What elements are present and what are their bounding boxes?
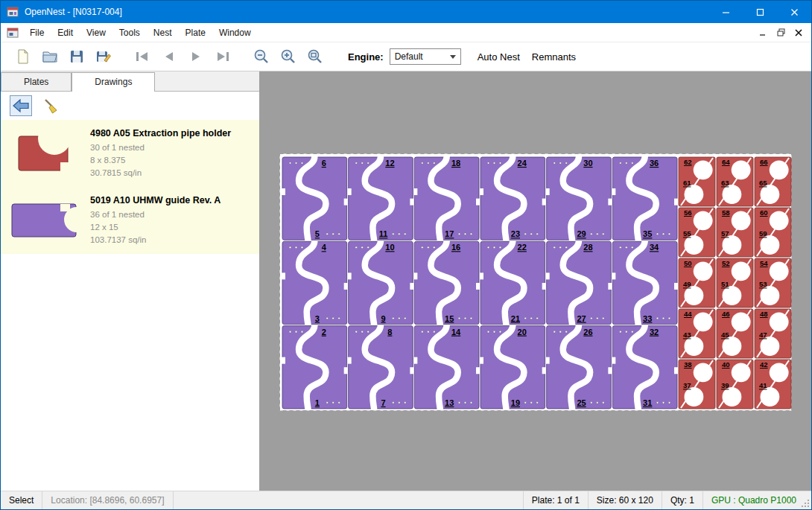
zoom-fit-icon bbox=[306, 48, 324, 66]
red-part-pair[interactable]: 4847 bbox=[755, 309, 791, 358]
purple-part-pair[interactable]: 65 bbox=[282, 156, 348, 240]
save-as-button[interactable] bbox=[90, 45, 117, 68]
tab-plates[interactable]: Plates bbox=[1, 72, 72, 91]
remnants-button[interactable]: Remnants bbox=[532, 51, 576, 63]
new-button[interactable] bbox=[10, 45, 37, 68]
menu-window[interactable]: Window bbox=[212, 24, 258, 42]
purple-part-pair[interactable]: 2423 bbox=[480, 156, 546, 240]
svg-text:11: 11 bbox=[379, 229, 388, 238]
svg-text:65: 65 bbox=[759, 179, 767, 187]
menu-file[interactable]: File bbox=[23, 24, 51, 42]
drawing-meta: 5019 A10 UHMW guide Rev. A 36 of 1 neste… bbox=[90, 194, 221, 246]
svg-text:41: 41 bbox=[759, 381, 767, 389]
svg-text:53: 53 bbox=[759, 280, 767, 288]
purple-part-pair[interactable]: 3433 bbox=[612, 240, 678, 325]
red-part-pair[interactable]: 5857 bbox=[717, 208, 753, 257]
left-panel: Plates Drawings bbox=[1, 71, 260, 491]
drawing-name: 5019 A10 UHMW guide Rev. A bbox=[90, 195, 221, 205]
purple-part-pair[interactable]: 43 bbox=[282, 240, 348, 325]
purple-part-pair[interactable]: 2625 bbox=[546, 325, 612, 409]
red-part-pair[interactable]: 4645 bbox=[717, 309, 753, 358]
red-part-pair[interactable]: 6665 bbox=[755, 157, 791, 206]
svg-text:6: 6 bbox=[322, 159, 326, 168]
red-part-pair[interactable]: 5655 bbox=[679, 208, 715, 257]
nest-canvas[interactable]: 6512111817242330293635431091615222128273… bbox=[260, 71, 811, 491]
red-part-pair[interactable]: 6059 bbox=[755, 208, 791, 257]
purple-part-pair[interactable]: 1817 bbox=[413, 156, 480, 240]
mdi-minimize-button[interactable] bbox=[755, 25, 771, 40]
red-part-pair[interactable]: 4241 bbox=[755, 360, 791, 409]
import-drawing-button[interactable] bbox=[10, 95, 32, 116]
svg-text:38: 38 bbox=[684, 360, 692, 369]
purple-part-pair[interactable]: 109 bbox=[348, 240, 414, 325]
last-plate-button[interactable] bbox=[209, 45, 236, 68]
zoom-fit-button[interactable] bbox=[302, 45, 329, 68]
part-thumbnail-red bbox=[10, 127, 80, 179]
svg-text:43: 43 bbox=[683, 331, 691, 339]
clear-drawings-button[interactable] bbox=[39, 95, 62, 116]
mdi-close-button[interactable] bbox=[790, 25, 807, 40]
menu-nest[interactable]: Nest bbox=[147, 24, 179, 42]
drawing-item-uhmw-guide[interactable]: 5019 A10 UHMW guide Rev. A 36 of 1 neste… bbox=[1, 187, 259, 254]
svg-text:57: 57 bbox=[721, 229, 729, 238]
purple-part-pair[interactable]: 3029 bbox=[546, 156, 612, 240]
red-part-pair[interactable]: 6261 bbox=[679, 157, 715, 206]
broom-icon bbox=[42, 98, 59, 114]
svg-text:34: 34 bbox=[650, 243, 659, 252]
engine-select[interactable]: Default bbox=[390, 48, 461, 65]
window-minimize-button[interactable] bbox=[708, 1, 743, 23]
drawing-item-extraction-pipe-holder[interactable]: 4980 A05 Extraction pipe holder 30 of 1 … bbox=[1, 120, 259, 187]
svg-text:36: 36 bbox=[650, 159, 659, 168]
first-plate-button[interactable] bbox=[129, 45, 156, 68]
plate-drawing[interactable]: 6512111817242330293635431091615222128273… bbox=[279, 153, 792, 411]
save-button[interactable] bbox=[63, 45, 90, 68]
svg-text:49: 49 bbox=[683, 280, 691, 288]
svg-text:10: 10 bbox=[385, 243, 394, 252]
zoom-in-button[interactable] bbox=[275, 45, 302, 68]
purple-part-pair[interactable]: 2221 bbox=[480, 240, 546, 325]
svg-text:54: 54 bbox=[760, 259, 768, 267]
previous-plate-button[interactable] bbox=[156, 45, 183, 68]
purple-part-pair[interactable]: 21 bbox=[282, 325, 348, 409]
red-part-pair[interactable]: 4443 bbox=[679, 309, 715, 358]
svg-text:48: 48 bbox=[760, 310, 768, 318]
status-location: Location: [84.8696, 60.6957] bbox=[42, 491, 173, 509]
auto-nest-button[interactable]: Auto Nest bbox=[478, 51, 520, 63]
menu-view[interactable]: View bbox=[80, 24, 112, 42]
purple-part-pair[interactable]: 87 bbox=[348, 325, 414, 409]
main-area: Plates Drawings bbox=[1, 71, 811, 491]
open-folder-icon bbox=[42, 48, 58, 65]
red-part-pair[interactable]: 5453 bbox=[755, 258, 791, 307]
next-plate-button[interactable] bbox=[183, 45, 209, 68]
svg-text:21: 21 bbox=[511, 314, 520, 323]
menu-tools[interactable]: Tools bbox=[112, 24, 147, 42]
purple-part-pair[interactable]: 1413 bbox=[413, 325, 480, 409]
status-qty: Qty: 1 bbox=[662, 491, 702, 509]
red-part-pair[interactable]: 5251 bbox=[717, 258, 753, 307]
svg-text:42: 42 bbox=[760, 360, 768, 369]
red-part-pair[interactable]: 6463 bbox=[717, 157, 753, 206]
window-close-button[interactable] bbox=[777, 1, 811, 23]
tab-drawings[interactable]: Drawings bbox=[72, 72, 155, 92]
svg-text:60: 60 bbox=[760, 208, 768, 217]
purple-part-pair[interactable]: 2827 bbox=[546, 240, 612, 325]
open-button[interactable] bbox=[37, 45, 63, 68]
red-part-pair[interactable]: 5049 bbox=[679, 258, 715, 307]
zoom-out-button[interactable] bbox=[248, 45, 275, 68]
purple-part-pair[interactable]: 1615 bbox=[413, 240, 480, 325]
title-controls bbox=[708, 1, 811, 23]
mdi-restore-button[interactable] bbox=[773, 25, 789, 40]
red-part-pair[interactable]: 3837 bbox=[679, 360, 715, 409]
red-part-pair[interactable]: 4039 bbox=[717, 360, 753, 409]
purple-part-pair[interactable]: 2019 bbox=[480, 325, 546, 409]
svg-text:15: 15 bbox=[445, 314, 454, 323]
resize-grip[interactable] bbox=[800, 498, 811, 509]
menu-edit[interactable]: Edit bbox=[51, 24, 80, 42]
purple-part-pair[interactable]: 1211 bbox=[348, 156, 414, 240]
purple-part-pair[interactable]: 3231 bbox=[612, 325, 678, 409]
window-maximize-button[interactable] bbox=[743, 1, 777, 23]
svg-text:30: 30 bbox=[583, 159, 592, 168]
status-spacer bbox=[174, 491, 523, 509]
purple-part-pair[interactable]: 3635 bbox=[612, 156, 678, 240]
menu-plate[interactable]: Plate bbox=[179, 24, 212, 42]
